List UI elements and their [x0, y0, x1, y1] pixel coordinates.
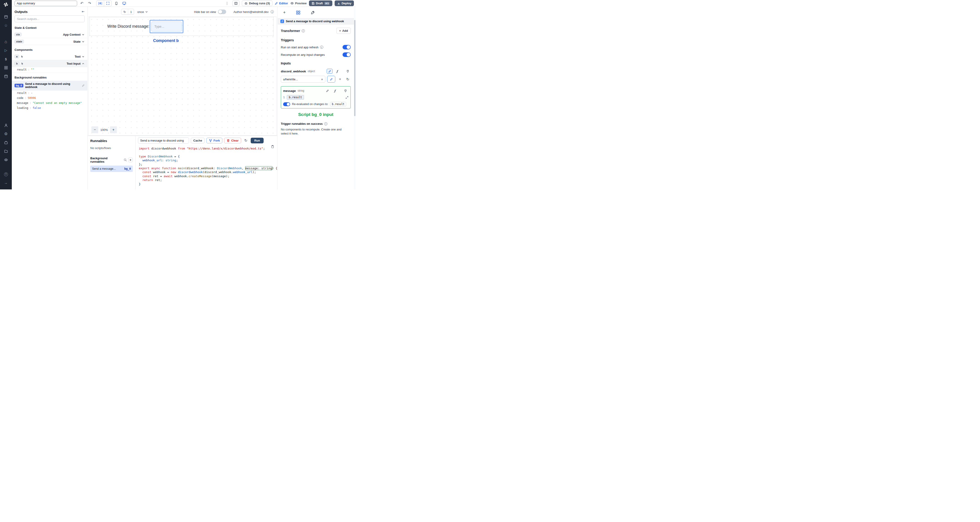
schedules-calendar-icon[interactable] — [2, 72, 10, 81]
refresh-counter[interactable]: ↻ 1 — [121, 9, 134, 15]
output-field-message: message:"Cannot send an empty message" — [12, 100, 88, 105]
preview-tab[interactable]: Preview — [290, 2, 307, 5]
workspace-briefcase-icon[interactable] — [2, 138, 10, 147]
plus-icon: + — [339, 29, 341, 32]
add-resource-button[interactable]: + — [337, 76, 343, 83]
trigger-runnables-empty-text: No components to recompute. Create one a… — [281, 127, 345, 136]
pointer-icon[interactable] — [21, 55, 24, 58]
refresh-script-button[interactable]: ↻ — [243, 138, 249, 143]
expression-fn-icon[interactable]: ƒ — [332, 88, 338, 93]
folders-icon[interactable] — [2, 147, 10, 155]
fork-button[interactable]: Fork — [207, 138, 222, 143]
search-icon[interactable] — [124, 158, 127, 162]
add-label: Add — [342, 29, 348, 32]
zoom-out-button[interactable]: − — [91, 126, 98, 133]
app-canvas[interactable]: Write Discord message: Type... Component… — [89, 17, 277, 136]
run-on-start-toggle[interactable] — [342, 45, 351, 49]
component-row-b[interactable]: b Text Input — [12, 60, 88, 67]
clear-resource-icon[interactable]: × — [321, 77, 323, 81]
expression-fn-icon[interactable]: ƒ — [334, 69, 340, 74]
app-summary-input[interactable] — [14, 1, 77, 6]
settings-gear-icon[interactable]: ⚙ — [2, 129, 10, 138]
debug-runs-button[interactable]: Debug runs (3) — [242, 0, 272, 6]
undo-button[interactable]: ↶ — [79, 1, 85, 6]
page-scrollbar[interactable] — [354, 7, 356, 189]
chevron-down-icon[interactable] — [82, 33, 84, 36]
info-icon[interactable]: i — [302, 29, 305, 32]
chevron-down-icon[interactable] — [82, 40, 84, 43]
code-editor[interactable]: import discordwebhook from "https://deno… — [136, 145, 277, 189]
chevron-down-icon[interactable] — [82, 55, 84, 58]
search-outputs-input[interactable] — [14, 16, 84, 22]
recompute-toggle[interactable] — [342, 53, 351, 57]
runnable-item-bg0[interactable]: Send a message... bg_0 — [90, 166, 133, 172]
home-icon[interactable]: ⌂ — [2, 37, 10, 46]
runs-play-icon[interactable]: ▷ — [2, 46, 10, 55]
favorites-star-icon[interactable]: ☆ — [2, 21, 10, 30]
input-type: string — [298, 89, 304, 92]
chevron-up-icon[interactable] — [82, 62, 84, 65]
runnable-item-badge: bg_0 — [124, 167, 131, 170]
reevaluate-toggle[interactable] — [283, 102, 290, 106]
docs-button[interactable] — [232, 0, 240, 6]
info-icon[interactable]: i — [320, 46, 323, 49]
add-transformer-button[interactable]: +Add — [336, 28, 351, 34]
run-button[interactable]: Run — [251, 138, 264, 143]
message-expression-input[interactable]: b.result — [287, 95, 304, 100]
background-runnable-row[interactable]: bg_0 Send a message to discord using web… — [12, 81, 88, 91]
expand-expression-icon[interactable] — [345, 96, 348, 99]
editor-tab[interactable]: Editor — [275, 2, 288, 5]
style-br ush-tab-icon[interactable] — [311, 10, 315, 14]
deploy-button[interactable]: Deploy — [335, 0, 354, 6]
selected-script-header[interactable]: ƒ Send a message to discord using webhoo… — [278, 18, 354, 24]
apps-icon[interactable] — [2, 13, 10, 21]
copy-code-button[interactable] — [271, 145, 274, 148]
help-icon[interactable]: ? — [2, 170, 10, 178]
clear-button[interactable]: Clear — [224, 138, 241, 143]
variables-dollar-icon[interactable]: $ — [2, 55, 10, 63]
info-icon[interactable]: i — [324, 122, 327, 126]
refresh-resource-button[interactable]: ↻ — [345, 76, 351, 83]
code-line: const webhook = new discordwebhook(disco… — [139, 170, 277, 174]
settings-tab-icon[interactable] — [296, 10, 300, 15]
windmill-logo[interactable] — [3, 2, 9, 8]
center-alignment-button[interactable]: |0| — [96, 1, 104, 6]
zoom-in-button[interactable]: + — [110, 126, 117, 133]
discord-webhook-resource-input[interactable]: u/henri/te... × — [281, 76, 325, 83]
deploy-rocket-icon — [337, 2, 340, 5]
interval-select[interactable]: once — [137, 10, 148, 14]
more-menu-button[interactable]: ⋮ — [224, 1, 230, 6]
selected-component-b[interactable]: Type... — [150, 20, 183, 33]
code-line: }; — [139, 162, 277, 166]
static-edit-pencil-icon[interactable] — [325, 88, 330, 93]
static-edit-pencil-icon[interactable] — [327, 69, 332, 74]
pointer-icon[interactable] — [21, 62, 24, 65]
audit-eye-icon[interactable] — [2, 155, 10, 164]
connect-plug-icon[interactable] — [345, 69, 351, 74]
output-row-ctx[interactable]: ctx App Context — [12, 31, 88, 38]
collapse-panel-icon[interactable]: ⇤ — [82, 10, 84, 14]
desktop-view-button[interactable] — [121, 1, 127, 6]
info-icon[interactable]: i — [270, 10, 274, 13]
add-runnable-button[interactable]: + — [128, 158, 133, 162]
mobile-view-button[interactable] — [113, 1, 119, 6]
component-row-a[interactable]: a Text — [12, 53, 88, 60]
hide-bar-toggle[interactable] — [218, 10, 226, 14]
draft-button[interactable]: Draft ⌘S — [309, 0, 332, 6]
redo-button[interactable]: ↷ — [87, 1, 92, 6]
scrollbar-thumb[interactable] — [354, 20, 355, 116]
left-rail: ☆ ⌂ ▷ $ ⚙ ? → — [0, 0, 12, 189]
connect-plug-icon[interactable] — [342, 88, 348, 93]
edit-pencil-icon[interactable] — [82, 84, 84, 87]
output-row-state[interactable]: state State — [12, 38, 88, 45]
script-name-input[interactable]: Send a message to discord using — [138, 137, 189, 143]
collapse-rail-icon[interactable]: → — [2, 178, 10, 187]
cache-button[interactable]: Cache — [191, 138, 205, 143]
user-icon[interactable] — [2, 121, 10, 129]
refresh-icon[interactable]: ↻ — [121, 9, 128, 14]
insert-tab-plus-icon[interactable]: + — [283, 10, 286, 15]
fullscreen-button[interactable] — [104, 1, 111, 6]
text-input-component[interactable]: Type... — [151, 22, 182, 32]
resources-blocks-icon[interactable] — [2, 63, 10, 72]
edit-resource-button[interactable] — [327, 76, 335, 83]
